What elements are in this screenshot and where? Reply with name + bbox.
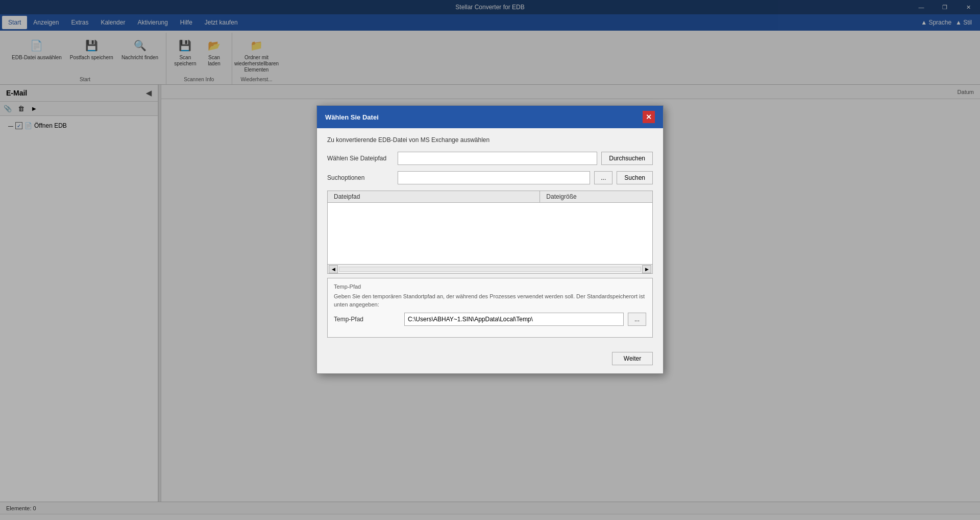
temp-path-input[interactable]	[404, 313, 624, 326]
file-path-row: Wählen Sie Dateipfad Durchsuchen	[327, 152, 653, 165]
modal-title: Wählen Sie Datei	[325, 113, 379, 121]
modal-header: Wählen Sie Datei ✕	[317, 106, 663, 128]
file-table-col-size: Dateigröße	[540, 191, 652, 202]
scrollbar-track[interactable]	[339, 267, 641, 272]
scrollbar-left-btn[interactable]: ◀	[329, 265, 338, 273]
search-button[interactable]: Suchen	[617, 171, 653, 184]
file-table-col-path: Dateipfad	[328, 191, 540, 202]
file-path-input[interactable]	[398, 152, 597, 165]
modal-subtitle: Zu konvertierende EDB-Datei von MS Excha…	[327, 136, 653, 144]
search-options-input[interactable]	[398, 171, 590, 184]
modal-overlay: Wählen Sie Datei ✕ Zu konvertierende EDB…	[0, 0, 980, 520]
search-options-row: Suchoptionen ... Suchen	[327, 171, 653, 184]
modal-body: Zu konvertierende EDB-Datei von MS Excha…	[317, 128, 663, 352]
browse-button[interactable]: Durchsuchen	[601, 152, 653, 165]
temp-path-row: Temp-Pfad ...	[334, 313, 646, 326]
search-options-label: Suchoptionen	[327, 174, 394, 181]
temp-section-title: Temp-Pfad	[334, 283, 646, 290]
file-table: Dateipfad Dateigröße ◀ ▶	[327, 191, 653, 274]
temp-section-desc: Geben Sie den temporären Standortpfad an…	[334, 293, 646, 309]
scrollbar-right-btn[interactable]: ▶	[642, 265, 651, 273]
modal-dialog: Wählen Sie Datei ✕ Zu konvertierende EDB…	[316, 105, 664, 374]
search-options-ellipsis-button[interactable]: ...	[594, 171, 612, 184]
file-table-scrollbar: ◀ ▶	[328, 264, 652, 273]
file-table-header: Dateipfad Dateigröße	[328, 191, 652, 203]
next-button[interactable]: Weiter	[612, 352, 653, 365]
temp-path-ellipsis-button[interactable]: ...	[628, 313, 646, 326]
file-table-body	[328, 203, 652, 264]
file-path-label: Wählen Sie Dateipfad	[327, 155, 394, 162]
modal-close-button[interactable]: ✕	[643, 111, 655, 123]
modal-footer: Weiter	[317, 352, 663, 373]
temp-path-label: Temp-Pfad	[334, 316, 400, 323]
temp-path-section: Temp-Pfad Geben Sie den temporären Stand…	[327, 278, 653, 338]
